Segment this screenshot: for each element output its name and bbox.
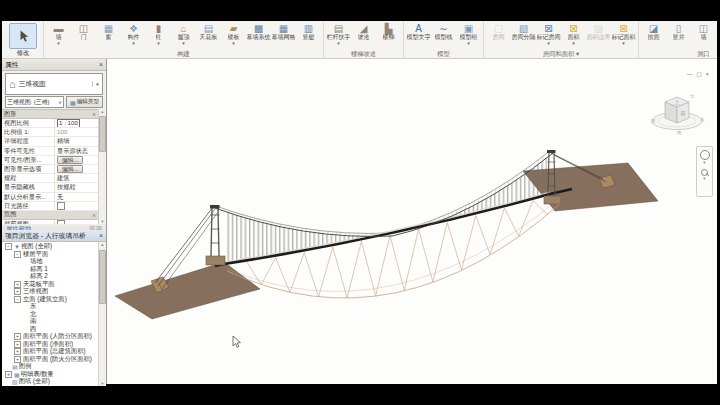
ribbon-item[interactable]: ◫墙 bbox=[691, 22, 716, 41]
type-selector[interactable]: ⌂ 三维视图 ▾ bbox=[5, 73, 103, 95]
close-icon[interactable]: × bbox=[99, 61, 103, 68]
navigation-bar[interactable]: ▾ ▾ bbox=[696, 146, 713, 197]
modify-button[interactable]: 修改 bbox=[5, 22, 41, 56]
property-value[interactable]: 精细 bbox=[54, 137, 98, 145]
ribbon-item[interactable]: ⊠标记面积▾ bbox=[611, 22, 636, 46]
ribbon-item[interactable]: ▨面积边界 bbox=[586, 22, 611, 41]
restore-icon[interactable]: ▢ bbox=[697, 71, 702, 77]
ribbon-item[interactable]: ↕垂直 bbox=[716, 22, 717, 41]
ribbon-item[interactable]: ▢房间 bbox=[486, 22, 511, 41]
dropdown-arrow-icon: ▾ bbox=[622, 41, 625, 46]
ribbon-item[interactable]: ▥竖梃 bbox=[296, 22, 321, 41]
view-filter-dropdown[interactable]: 三维视图: {三维}∨ bbox=[5, 96, 64, 108]
property-value[interactable]: 建筑 bbox=[54, 174, 98, 182]
ribbon-item[interactable]: ◪按面 bbox=[641, 22, 666, 41]
close-icon[interactable]: × bbox=[99, 232, 103, 239]
property-value[interactable]: 编辑... bbox=[54, 156, 98, 164]
browser-scrollbar[interactable]: ▴ ▾ bbox=[98, 242, 106, 386]
zoom-icon[interactable] bbox=[701, 169, 708, 176]
ribbon-item[interactable]: ▮柱▾ bbox=[146, 22, 171, 46]
ribbon-item[interactable]: ❖构件▾ bbox=[121, 22, 146, 46]
ribbon-item[interactable]: A模型文字 bbox=[406, 22, 431, 41]
tree-item[interactable]: +面积平面 (防火分区面积) bbox=[2, 356, 98, 364]
expand-node-icon[interactable]: + bbox=[14, 341, 21, 348]
wall-icon: ▬ bbox=[54, 23, 64, 34]
collapse-node-icon[interactable]: − bbox=[14, 251, 21, 258]
tree-item[interactable]: +▦明细表/数量 bbox=[2, 371, 98, 379]
collapse-node-icon[interactable]: − bbox=[14, 296, 21, 303]
ribbon-group-3: ▢房间▧房间分隔⊠标记房间▾⊠面积▾▨面积边界⊠标记面积▾房间和面积 ▾ bbox=[484, 21, 639, 58]
tree-item[interactable]: 场地 bbox=[2, 258, 98, 266]
ribbon-item[interactable]: ▙楼梯 bbox=[376, 22, 401, 41]
dropdown-arrow-icon[interactable]: ▾ bbox=[703, 177, 705, 181]
ribbon-item[interactable]: ▦幕墙网格 bbox=[271, 22, 296, 41]
ribbon-item[interactable]: ▯竖井 bbox=[666, 22, 691, 41]
property-value-text: 无 bbox=[57, 193, 63, 201]
edit-button[interactable]: 编辑... bbox=[57, 156, 83, 164]
legend-icon: ▤ bbox=[12, 363, 18, 370]
expand-node-icon[interactable]: + bbox=[14, 281, 21, 288]
ribbon-item[interactable]: ▤天花板 bbox=[196, 22, 221, 41]
view-window-controls: —▢× bbox=[687, 71, 709, 77]
ribbon-item[interactable]: ▧房间分隔 bbox=[511, 22, 536, 41]
close-icon[interactable]: × bbox=[706, 71, 709, 77]
minimize-icon[interactable]: — bbox=[687, 71, 693, 77]
tree-item[interactable]: 东 bbox=[2, 303, 98, 311]
expand-node-icon[interactable]: + bbox=[14, 348, 21, 355]
steering-wheel-icon[interactable] bbox=[700, 150, 710, 160]
tree-item[interactable]: −楼层平面 bbox=[2, 251, 98, 259]
property-value[interactable]: 无 bbox=[54, 193, 98, 201]
properties-scrollbar[interactable]: ▴ ▾ bbox=[98, 109, 106, 224]
property-value[interactable]: 1 : 100 bbox=[54, 119, 98, 127]
shaft-icon: ▯ bbox=[676, 23, 682, 34]
expand-node-icon[interactable]: + bbox=[14, 288, 21, 295]
property-value[interactable] bbox=[54, 202, 98, 210]
edit-type-button[interactable]: ▦ 编辑类型 bbox=[66, 96, 103, 108]
tree-item[interactable]: −立面 (建筑立面) bbox=[2, 296, 98, 304]
property-value[interactable]: 100 bbox=[54, 128, 98, 136]
ribbon-item[interactable]: ▬墙▾ bbox=[46, 22, 71, 46]
ribbon-item[interactable]: ▰楼板▾ bbox=[221, 22, 246, 46]
ribbon-item[interactable]: ▦窗 bbox=[96, 22, 121, 41]
property-section-header[interactable]: 范围∧ bbox=[2, 211, 98, 220]
property-label: 比例值 1: bbox=[2, 128, 54, 136]
property-value[interactable]: 显示原状态 bbox=[54, 147, 98, 155]
ribbon-item[interactable]: ∼模型线 bbox=[431, 22, 456, 41]
checkbox[interactable] bbox=[57, 202, 65, 210]
property-value[interactable] bbox=[54, 220, 98, 224]
expand-node-icon[interactable]: + bbox=[14, 333, 21, 340]
ribbon-group-label[interactable]: 构建 bbox=[46, 49, 321, 58]
viewcube[interactable]: 西 东 南 北 上 前 bbox=[650, 88, 706, 140]
tree-item[interactable]: 南 bbox=[2, 318, 98, 326]
ribbon-group-label[interactable]: 洞口 bbox=[641, 49, 717, 58]
ribbon-item[interactable]: ⊠面积▾ bbox=[561, 22, 586, 46]
bridge-model[interactable] bbox=[107, 59, 717, 384]
property-section-header[interactable]: 图形∧ bbox=[2, 110, 98, 119]
ribbon-item[interactable]: ◫门 bbox=[71, 22, 96, 41]
tree-item[interactable]: +天花板平面 bbox=[2, 281, 98, 289]
chevron-down-icon[interactable]: ▾ bbox=[92, 81, 102, 87]
ribbon-group-label[interactable]: 模型 bbox=[406, 49, 481, 58]
dropdown-arrow-icon[interactable]: ▾ bbox=[703, 161, 705, 165]
tree-item[interactable]: −▼视图 (全部) bbox=[2, 243, 98, 251]
3d-view-canvas[interactable]: —▢× 西 东 南 北 上 前 bbox=[107, 59, 717, 384]
edit-button[interactable]: 编辑... bbox=[57, 165, 83, 173]
property-value[interactable]: 按规程 bbox=[54, 183, 98, 191]
tree-item[interactable]: ▧图纸 (全部) bbox=[2, 378, 98, 386]
ribbon-group-label[interactable]: 楼梯坡道 bbox=[326, 49, 401, 58]
ribbon-item[interactable]: ⊠标记房间▾ bbox=[536, 22, 561, 46]
ribbon-item[interactable]: ⌂屋顶▾ bbox=[171, 22, 196, 46]
ribbon-item[interactable]: ▣模型组▾ bbox=[456, 22, 481, 46]
views-icon: ▼ bbox=[14, 244, 20, 250]
project-browser-panel: 项目浏览器 - 人行玻璃吊桥 × −▼视图 (全部)−楼层平面场地标高 1标高 … bbox=[2, 230, 106, 385]
ribbon-item[interactable]: ▤栏杆扶手▾ bbox=[326, 22, 351, 46]
collapse-node-icon[interactable]: − bbox=[5, 243, 12, 250]
tree-item[interactable]: 标高 1 bbox=[2, 266, 98, 274]
ribbon-group-label[interactable]: 房间和面积 ▾ bbox=[486, 49, 636, 58]
ribbon-item[interactable]: ▩幕墙系统 bbox=[246, 22, 271, 41]
ribbon-item[interactable]: ◢坡道 bbox=[351, 22, 376, 41]
checkbox[interactable] bbox=[57, 220, 65, 224]
expand-node-icon[interactable]: + bbox=[5, 371, 12, 378]
tree-item[interactable]: 北 bbox=[2, 311, 98, 319]
property-value[interactable]: 编辑... bbox=[54, 165, 98, 173]
